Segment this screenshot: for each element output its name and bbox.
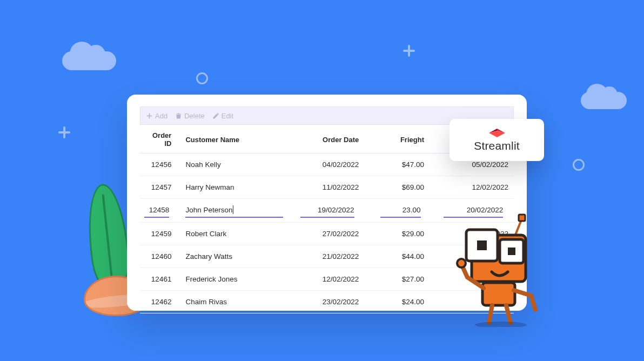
order-date-cell[interactable]: 23/02/2022: [296, 291, 377, 313]
ship-date-cell[interactable]: 28/02/2022: [439, 223, 514, 245]
col-customer-name[interactable]: Customer Name: [181, 125, 296, 153]
customer-name-cell[interactable]: Frederick Jones: [181, 268, 296, 291]
ship-date-cell[interactable]: 20/02/2022: [439, 199, 514, 223]
order-date-cell[interactable]: 04/02/2022: [296, 153, 377, 176]
freight-cell[interactable]: 23.00: [376, 199, 439, 223]
delete-button[interactable]: Delete: [175, 112, 205, 120]
ship-date-cell[interactable]: [439, 291, 514, 313]
customer-name-cell[interactable]: Chaim Rivas: [181, 291, 296, 313]
trash-icon: [175, 112, 182, 119]
customer-name-cell[interactable]: Harry Newman: [181, 176, 296, 199]
order-id-cell[interactable]: 12458: [140, 199, 181, 223]
cloud-decoration: [581, 92, 627, 109]
table-row[interactable]: 12458John Peterson19/02/202223.0020/02/2…: [140, 199, 514, 223]
pencil-icon: [212, 112, 219, 119]
freight-cell[interactable]: $47.00: [376, 153, 439, 176]
col-order-date[interactable]: Order Date: [296, 125, 377, 153]
plus-icon: [146, 112, 153, 119]
col-order-id[interactable]: Order ID: [140, 125, 181, 153]
order-id-cell[interactable]: 12462: [140, 291, 181, 313]
plus-decoration: [403, 45, 415, 57]
order-date-cell[interactable]: 27/02/2022: [296, 223, 377, 245]
freight-cell[interactable]: $24.00: [376, 291, 439, 313]
order-id-cell[interactable]: 12460: [140, 245, 181, 268]
customer-name-cell[interactable]: Zachary Watts: [181, 245, 296, 268]
customer-name-cell[interactable]: John Peterson: [181, 199, 296, 223]
text-caret: [233, 205, 233, 214]
delete-button-label: Delete: [184, 112, 205, 120]
ship-date-cell[interactable]: 12/0: [439, 268, 514, 291]
edit-field[interactable]: 23.00: [380, 204, 420, 218]
order-id-cell[interactable]: 12461: [140, 268, 181, 291]
ship-date-cell[interactable]: 12/02/2022: [439, 176, 514, 199]
freight-cell[interactable]: $69.00: [376, 176, 439, 199]
order-id-cell[interactable]: 12457: [140, 176, 181, 199]
customer-name-cell[interactable]: Robert Clark: [181, 223, 296, 245]
order-date-cell[interactable]: 12/02/2022: [296, 268, 377, 291]
table-row[interactable]: 12457Harry Newman11/02/2022$69.0012/02/2…: [140, 176, 514, 199]
order-date-cell[interactable]: 11/02/2022: [296, 176, 377, 199]
streamlit-badge: Streamlit: [450, 119, 544, 161]
freight-cell[interactable]: $27.00: [376, 268, 439, 291]
streamlit-logo-icon: [488, 128, 506, 138]
order-date-cell[interactable]: 19/02/2022: [296, 199, 377, 223]
order-id-cell[interactable]: 12456: [140, 153, 181, 176]
col-freight[interactable]: Frieght: [376, 125, 439, 153]
table-row[interactable]: 12461Frederick Jones12/02/2022$27.0012/0: [140, 268, 514, 291]
ring-decoration: [196, 72, 208, 84]
streamlit-label: Streamlit: [474, 139, 520, 152]
edit-button-label: Edit: [222, 112, 233, 120]
svg-point-14: [475, 322, 527, 327]
edit-field[interactable]: 20/02/2022: [444, 204, 503, 218]
freight-cell[interactable]: $44.00: [376, 245, 439, 268]
edit-field[interactable]: 19/02/2022: [300, 204, 354, 218]
table-row[interactable]: 12459Robert Clark27/02/2022$29.0028/02/2…: [140, 223, 514, 245]
add-button-label: Add: [155, 112, 167, 120]
edit-field[interactable]: 12458: [144, 204, 169, 218]
table-row[interactable]: 12462Chaim Rivas23/02/2022$24.00: [140, 291, 514, 313]
order-date-cell[interactable]: 21/02/2022: [296, 245, 377, 268]
customer-name-cell[interactable]: Noah Kelly: [181, 153, 296, 176]
table-row[interactable]: 12460Zachary Watts21/02/2022$44.0022/0: [140, 245, 514, 268]
freight-cell[interactable]: $29.00: [376, 223, 439, 245]
add-button[interactable]: Add: [146, 112, 167, 120]
ring-decoration: [573, 159, 585, 171]
plus-decoration: [58, 126, 70, 138]
order-id-cell[interactable]: 12459: [140, 223, 181, 245]
edit-field[interactable]: John Peterson: [185, 203, 283, 218]
edit-button[interactable]: Edit: [212, 112, 233, 120]
cloud-decoration: [62, 51, 116, 70]
ship-date-cell[interactable]: 22/0: [439, 245, 514, 268]
